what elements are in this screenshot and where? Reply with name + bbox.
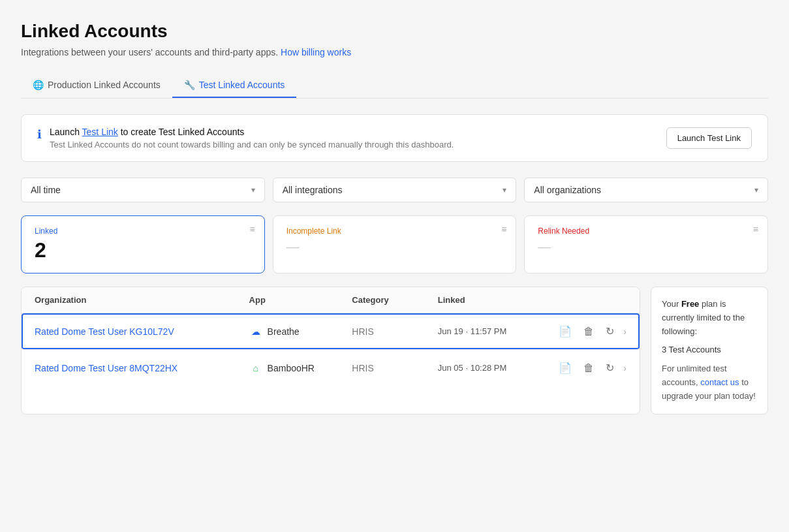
chevron-down-icon: ▾	[754, 185, 758, 195]
col-actions	[541, 295, 627, 305]
col-organization: Organization	[35, 295, 249, 305]
doc-button[interactable]: 📄	[556, 359, 574, 377]
test-link-anchor[interactable]: Test Link	[82, 127, 118, 137]
delete-button[interactable]: 🗑	[581, 323, 596, 340]
wrench-icon: 🔧	[184, 80, 195, 90]
chevron-right-icon: ›	[623, 363, 627, 373]
filter-integrations[interactable]: All integrations ▾	[273, 178, 517, 202]
stat-linked: ≡ Linked 2	[21, 215, 265, 274]
filter-icon[interactable]: ≡	[753, 224, 758, 234]
table-row[interactable]: Rated Dome Test User KG10L72V ☁ Breathe …	[22, 313, 640, 350]
filters-row: All time ▾ All integrations ▾ All organi…	[21, 178, 768, 202]
app-cell: ☁ Breathe	[249, 325, 352, 338]
table-row[interactable]: Rated Dome Test User 8MQT22HX ⌂ BambooHR…	[22, 350, 640, 386]
filter-icon[interactable]: ≡	[501, 224, 506, 234]
org-name: Rated Dome Test User KG10L72V	[35, 326, 249, 337]
page-title: Linked Accounts	[21, 21, 768, 42]
chevron-down-icon: ▾	[251, 185, 255, 195]
col-app: App	[249, 295, 352, 305]
filter-icon[interactable]: ≡	[250, 224, 255, 234]
filter-time[interactable]: All time ▾	[21, 178, 265, 202]
col-linked: Linked	[438, 295, 541, 305]
page-container: Linked Accounts Integrations between you…	[0, 0, 789, 532]
org-name: Rated Dome Test User 8MQT22HX	[35, 363, 249, 373]
delete-button[interactable]: 🗑	[581, 360, 596, 377]
category-cell: HRIS	[352, 363, 437, 373]
table-container: Organization App Category Linked Rated D…	[21, 287, 640, 415]
actions-cell: 📄 🗑 ↻ ›	[541, 322, 627, 340]
actions-cell: 📄 🗑 ↻ ›	[541, 359, 627, 377]
upgrade-text: For unlimited test accounts, contact us …	[662, 362, 757, 403]
billing-link[interactable]: How billing works	[281, 47, 351, 57]
breathe-icon: ☁	[249, 325, 262, 338]
category-cell: HRIS	[352, 326, 437, 337]
tab-production[interactable]: 🌐 Production Linked Accounts	[21, 73, 172, 98]
stat-relink: ≡ Relink Needed —	[524, 215, 768, 274]
banner-subtitle: Test Linked Accounts do not count toward…	[50, 140, 454, 149]
tabs-bar: 🌐 Production Linked Accounts 🔧 Test Link…	[21, 73, 768, 99]
tab-test[interactable]: 🔧 Test Linked Accounts	[172, 73, 297, 98]
plan-name: Free	[681, 299, 699, 309]
banner-title: Launch Test Link to create Test Linked A…	[50, 127, 454, 137]
filter-organizations[interactable]: All organizations ▾	[524, 178, 768, 202]
stat-linked-value: 2	[35, 238, 251, 262]
info-banner-left: ℹ Launch Test Link to create Test Linked…	[37, 127, 454, 149]
stats-row: ≡ Linked 2 ≡ Incomplete Link — ≡ Relink …	[21, 215, 768, 274]
globe-icon: 🌐	[33, 80, 44, 90]
page-subtitle: Integrations between your users' account…	[21, 47, 768, 57]
stat-incomplete: ≡ Incomplete Link —	[273, 215, 517, 274]
launch-test-link-button[interactable]: Launch Test Link	[666, 127, 752, 149]
stat-relink-label: Relink Needed	[538, 227, 754, 236]
linked-cell: Jun 05 · 10:28 PM	[438, 363, 541, 373]
sync-button[interactable]: ↻	[603, 322, 617, 340]
table-header: Organization App Category Linked	[22, 287, 640, 313]
col-category: Category	[352, 295, 437, 305]
info-banner-text: Launch Test Link to create Test Linked A…	[50, 127, 454, 149]
main-content: Organization App Category Linked Rated D…	[21, 287, 768, 415]
test-accounts-count: 3 Test Accounts	[662, 343, 757, 357]
stat-relink-value: —	[538, 240, 754, 255]
sync-button[interactable]: ↻	[603, 359, 617, 377]
stat-incomplete-label: Incomplete Link	[286, 227, 503, 236]
bamboohr-icon: ⌂	[249, 362, 262, 375]
linked-cell: Jun 19 · 11:57 PM	[438, 326, 541, 336]
stat-linked-label: Linked	[35, 227, 251, 236]
sidebar-info: Your Free plan is currently limited to t…	[651, 287, 768, 415]
chevron-right-icon: ›	[623, 326, 627, 337]
app-cell: ⌂ BambooHR	[249, 362, 352, 375]
chevron-down-icon: ▾	[503, 185, 506, 195]
info-icon: ℹ	[37, 127, 42, 142]
doc-button[interactable]: 📄	[556, 322, 574, 340]
contact-us-link[interactable]: contact us	[700, 377, 739, 387]
sidebar-panel: Your Free plan is currently limited to t…	[651, 287, 768, 415]
info-banner: ℹ Launch Test Link to create Test Linked…	[21, 114, 768, 162]
stat-incomplete-value: —	[286, 240, 503, 255]
